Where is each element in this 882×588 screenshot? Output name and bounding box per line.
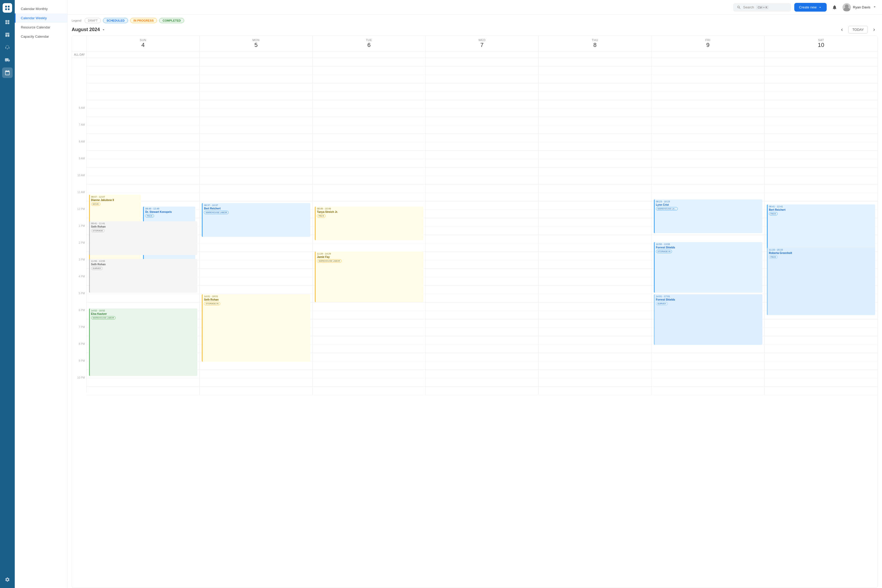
legend-badge-completed[interactable]: COMPLETED <box>159 18 184 23</box>
time-cell-row39-day5[interactable] <box>651 387 765 395</box>
time-cell-row35-day5[interactable] <box>651 353 765 362</box>
time-cell-row2-day1[interactable] <box>200 75 313 83</box>
time-cell-row10-day0[interactable] <box>87 142 200 151</box>
time-cell-row39-day2[interactable] <box>313 387 426 395</box>
time-cell-row28-day3[interactable] <box>426 294 539 302</box>
legend-badge-in-progress[interactable]: IN PROGRESS <box>130 18 157 23</box>
time-cell-row20-day3[interactable] <box>426 226 539 235</box>
time-cell-row14-day6[interactable] <box>765 176 878 184</box>
time-cell-row23-day1[interactable] <box>200 252 313 260</box>
time-cell-row11-day0[interactable] <box>87 151 200 159</box>
time-cell-row37-day5[interactable] <box>651 370 765 378</box>
time-cell-row6-day4[interactable] <box>538 108 651 117</box>
calendar-event[interactable]: 08:23 - 10:23 Lynn Crist WAREHOUSE LA... <box>654 200 762 233</box>
time-cell-row16-day6[interactable] <box>765 193 878 201</box>
time-cell-row24-day3[interactable] <box>426 260 539 269</box>
today-button[interactable]: TODAY <box>848 26 868 33</box>
time-cell-row7-day0[interactable] <box>87 117 200 125</box>
time-cell-row38-day5[interactable] <box>651 378 765 387</box>
prev-week-button[interactable] <box>838 26 846 33</box>
time-cell-row7-day5[interactable] <box>651 117 765 125</box>
time-cell-row16-day2[interactable] <box>313 193 426 201</box>
calendar-event[interactable]: 11:15 - 15:15 Roberta Greenholt PACK <box>767 248 875 315</box>
time-cell-row35-day6[interactable] <box>765 353 878 362</box>
time-cell-row12-day3[interactable] <box>426 159 539 168</box>
time-cell-row32-day4[interactable] <box>538 328 651 336</box>
time-cell-row3-day2[interactable] <box>313 83 426 92</box>
time-cell-row0-day2[interactable] <box>313 58 426 66</box>
time-cell-row39-day3[interactable] <box>426 387 539 395</box>
time-cell-row8-day2[interactable] <box>313 125 426 134</box>
time-cell-row28-day4[interactable] <box>538 294 651 302</box>
time-cell-row5-day4[interactable] <box>538 100 651 108</box>
time-cell-row29-day4[interactable] <box>538 302 651 311</box>
time-cell-row19-day4[interactable] <box>538 218 651 226</box>
time-cell-row36-day2[interactable] <box>313 362 426 370</box>
notifications-button[interactable] <box>830 3 839 12</box>
time-cell-row22-day4[interactable] <box>538 243 651 252</box>
time-cell-row10-day1[interactable] <box>200 142 313 151</box>
time-cell-row18-day3[interactable] <box>426 210 539 218</box>
time-cell-row14-day4[interactable] <box>538 176 651 184</box>
time-cell-row14-day3[interactable] <box>426 176 539 184</box>
time-cell-row30-day3[interactable] <box>426 311 539 319</box>
time-cell-row32-day3[interactable] <box>426 328 539 336</box>
time-cell-row2-day3[interactable] <box>426 75 539 83</box>
time-cell-row3-day4[interactable] <box>538 83 651 92</box>
allday-cell-fri[interactable] <box>651 51 765 58</box>
sidebar-icon-logistics[interactable] <box>2 55 13 65</box>
time-cell-row21-day3[interactable] <box>426 235 539 243</box>
time-cell-row39-day1[interactable] <box>200 387 313 395</box>
time-cell-row13-day2[interactable] <box>313 168 426 176</box>
time-cell-row12-day2[interactable] <box>313 159 426 168</box>
time-cell-row27-day1[interactable] <box>200 286 313 294</box>
time-cell-row38-day3[interactable] <box>426 378 539 387</box>
time-cell-row34-day3[interactable] <box>426 345 539 353</box>
time-cell-row1-day0[interactable] <box>87 66 200 75</box>
time-cell-row1-day5[interactable] <box>651 66 765 75</box>
time-cell-row5-day2[interactable] <box>313 100 426 108</box>
time-cell-row3-day6[interactable] <box>765 83 878 92</box>
time-cell-row26-day3[interactable] <box>426 277 539 286</box>
time-cell-row26-day1[interactable] <box>200 277 313 286</box>
time-cell-row1-day4[interactable] <box>538 66 651 75</box>
time-cell-row29-day3[interactable] <box>426 302 539 311</box>
time-cell-row0-day4[interactable] <box>538 58 651 66</box>
calendar-event[interactable]: 10:55 - 13:55 Forrest Shields STORAGE IN <box>654 242 762 292</box>
time-cell-row9-day1[interactable] <box>200 134 313 142</box>
time-cell-row31-day3[interactable] <box>426 319 539 328</box>
time-cell-row2-day6[interactable] <box>765 75 878 83</box>
time-cell-row37-day4[interactable] <box>538 370 651 378</box>
time-cell-row37-day1[interactable] <box>200 370 313 378</box>
time-cell-row35-day2[interactable] <box>313 353 426 362</box>
time-cell-row13-day3[interactable] <box>426 168 539 176</box>
time-cell-row4-day6[interactable] <box>765 92 878 100</box>
time-cell-row31-day4[interactable] <box>538 319 651 328</box>
time-cell-row17-day3[interactable] <box>426 201 539 210</box>
time-cell-row2-day0[interactable] <box>87 75 200 83</box>
time-cell-row0-day0[interactable] <box>87 58 200 66</box>
time-cell-row7-day4[interactable] <box>538 117 651 125</box>
next-week-button[interactable] <box>870 26 878 33</box>
time-cell-row22-day2[interactable] <box>313 243 426 252</box>
time-cell-row8-day4[interactable] <box>538 125 651 134</box>
sidebar-icon-layout[interactable] <box>2 30 13 40</box>
time-cell-row2-day4[interactable] <box>538 75 651 83</box>
time-cell-row11-day6[interactable] <box>765 151 878 159</box>
time-cell-row4-day1[interactable] <box>200 92 313 100</box>
app-logo[interactable] <box>3 3 12 13</box>
time-cell-row5-day1[interactable] <box>200 100 313 108</box>
time-cell-row24-day4[interactable] <box>538 260 651 269</box>
time-cell-row32-day6[interactable] <box>765 328 878 336</box>
time-cell-row8-day5[interactable] <box>651 125 765 134</box>
time-cell-row6-day3[interactable] <box>426 108 539 117</box>
time-cell-row0-day6[interactable] <box>765 58 878 66</box>
time-cell-row9-day2[interactable] <box>313 134 426 142</box>
time-cell-row7-day3[interactable] <box>426 117 539 125</box>
time-cell-row31-day6[interactable] <box>765 319 878 328</box>
time-cell-row30-day4[interactable] <box>538 311 651 319</box>
time-cell-row6-day6[interactable] <box>765 108 878 117</box>
time-cell-row2-day5[interactable] <box>651 75 765 83</box>
allday-cell-wed[interactable] <box>426 51 539 58</box>
time-cell-row27-day4[interactable] <box>538 286 651 294</box>
